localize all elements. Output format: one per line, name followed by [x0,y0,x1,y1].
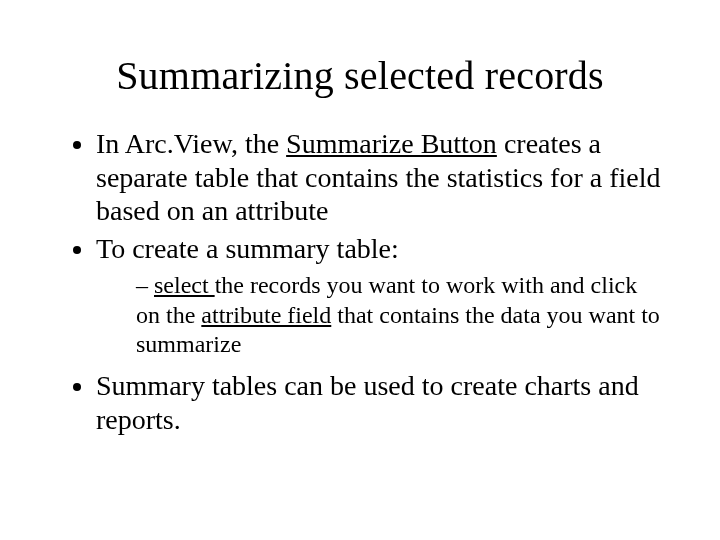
bullet-list: In Arc.View, the Summarize Button create… [56,127,664,436]
bullet-item: In Arc.View, the Summarize Button create… [96,127,664,228]
sub-list: select the records you want to work with… [96,271,664,359]
text-run: To create a summary table: [96,233,399,264]
slide-title: Summarizing selected records [56,52,664,99]
underline-text: Summarize Button [286,128,497,159]
sub-item: select the records you want to work with… [136,271,664,359]
underline-text: attribute field [201,302,331,328]
slide: Summarizing selected records In Arc.View… [0,0,720,540]
underline-text: select [154,272,215,298]
text-run: Summary tables can be used to create cha… [96,370,639,435]
bullet-item: Summary tables can be used to create cha… [96,369,664,436]
bullet-item: To create a summary table: select the re… [96,232,664,359]
text-run: In Arc.View, the [96,128,286,159]
